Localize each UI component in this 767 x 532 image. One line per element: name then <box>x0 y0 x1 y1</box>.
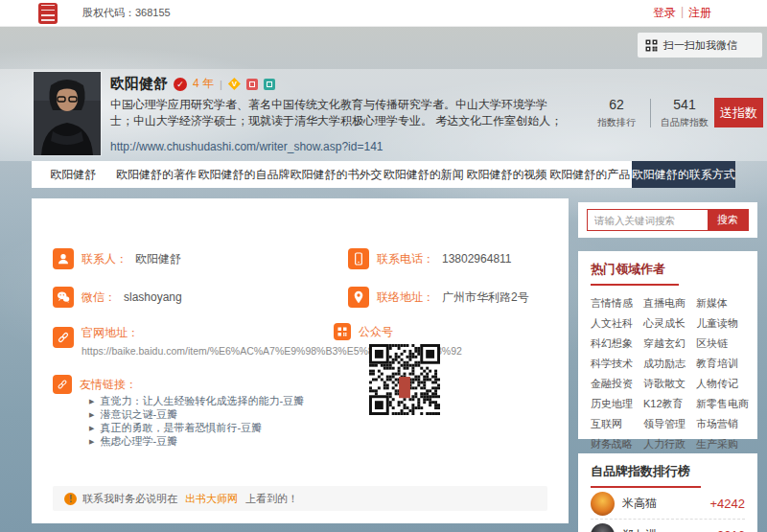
search-input[interactable] <box>588 210 708 230</box>
exclamation-icon: ! <box>64 493 77 505</box>
ranking-item[interactable]: 郑九洲 +3316 <box>591 520 745 532</box>
tab-self-brand[interactable]: 欧阳健舒的自品牌 <box>198 161 290 188</box>
notice-prefix: 联系我时务必说明在 <box>82 492 177 506</box>
hot-tag[interactable]: 人物传记 <box>696 377 749 391</box>
avatar <box>591 492 615 516</box>
notice-bar: ! 联系我时务必说明在 出书大师网 上看到的！ <box>53 486 547 511</box>
send-index-button[interactable]: 送指数 <box>714 98 763 127</box>
title-underline <box>591 284 679 286</box>
search-button[interactable]: 搜索 <box>708 210 748 230</box>
hot-tag[interactable]: 人文社科 <box>591 316 633 331</box>
hot-tag[interactable]: 科学技术 <box>591 357 633 371</box>
notice-site-link[interactable]: 出书大师网 <box>185 492 238 506</box>
hot-tag[interactable]: 互联网 <box>591 417 633 431</box>
login-link[interactable]: 登录 <box>653 5 676 21</box>
hot-tag[interactable]: 生产采购 <box>696 437 749 451</box>
official-account-qr <box>369 344 440 419</box>
hot-tag[interactable]: 诗歌散文 <box>643 377 686 391</box>
tab-contact[interactable]: 欧阳健舒的联系方式 <box>632 161 735 188</box>
hot-authors-title: 热门领域作者 <box>591 261 745 278</box>
brand-index-value: 541 <box>655 97 714 112</box>
auth-divider: | <box>681 5 684 21</box>
hot-tag[interactable]: 人力行政 <box>643 437 686 451</box>
hot-tag[interactable]: 教育培训 <box>696 357 749 371</box>
wechat-value: slashoyang <box>124 290 182 304</box>
top-bar: 股权代码：368155 登录 | 注册 <box>0 0 767 27</box>
author-header: 欧阳健舒 ✓ 4 年 | V <box>110 75 275 93</box>
vip-diamond-icon: V <box>228 78 241 90</box>
contact-person-label: 联系人： <box>81 251 128 267</box>
hot-tag[interactable]: 穿越玄幻 <box>643 336 686 351</box>
contact-phone-label: 联系电话： <box>377 251 434 267</box>
register-link[interactable]: 注册 <box>688 5 711 21</box>
official-account-field: 公众号 <box>334 323 393 340</box>
friend-link[interactable]: 潜意识之谜-豆瓣 <box>89 407 177 422</box>
contact-phone-value: 13802964811 <box>442 252 512 266</box>
hot-tag[interactable]: 市场营销 <box>696 417 749 431</box>
hot-tag[interactable]: 科幻想象 <box>591 336 633 351</box>
author-bio: 中国心理学应用研究学者、著名中国传统文化教育与传播研究学者。中山大学环境学学士；… <box>110 97 569 129</box>
tab-book-diplomacy[interactable]: 欧阳健舒的书外交 <box>290 161 382 188</box>
hot-tag[interactable]: 言情情感 <box>591 296 633 311</box>
hot-author-tags: 言情情感 直播电商 新媒体 人文社科 心灵成长 儿童读物 科幻想象 穿越玄幻 区… <box>591 296 745 472</box>
ranking-item[interactable]: 米高猫 +4242 <box>591 488 745 520</box>
friend-links-label: 友情链接： <box>80 377 137 393</box>
address-value: 广州市华利路2号 <box>442 289 529 306</box>
hot-tag[interactable]: 财务战略 <box>591 437 633 451</box>
tab-works[interactable]: 欧阳健舒的著作 <box>115 161 198 188</box>
wechat-label: 微信： <box>81 289 116 306</box>
tab-videos[interactable]: 欧阳健舒的视频 <box>465 161 548 188</box>
wechat-scan-box[interactable]: 扫一扫加我微信 <box>638 33 762 58</box>
hot-authors-panel: 热门领域作者 言情情感 直播电商 新媒体 人文社科 心灵成长 儿童读物 科幻想象… <box>578 251 757 439</box>
hot-tag[interactable]: 金融投资 <box>591 377 633 391</box>
brand-index-stat: 541 自品牌指数 <box>655 97 714 129</box>
website-label: 官网地址： <box>81 326 139 339</box>
sidebar-search-panel: 搜索 <box>578 202 757 238</box>
hot-tag[interactable]: 领导管理 <box>643 417 686 431</box>
location-pin-icon <box>348 287 369 308</box>
stats-divider <box>650 99 651 127</box>
hot-tag[interactable]: 新零售电商 <box>696 397 749 411</box>
person-icon <box>53 248 74 269</box>
hot-tag[interactable]: 直播电商 <box>643 296 686 311</box>
badge-divider: | <box>220 79 222 90</box>
tab-home[interactable]: 欧阳健舒 <box>32 161 115 188</box>
hot-tag[interactable]: 历史地理 <box>591 397 633 411</box>
ranking-author-name[interactable]: 郑九洲 <box>622 527 657 532</box>
hot-tag[interactable]: 区块链 <box>696 336 749 351</box>
phone-icon <box>348 248 369 269</box>
author-homepage-url[interactable]: http://www.chushudashi.com/writer_show.a… <box>110 140 384 153</box>
tab-products[interactable]: 欧阳健舒的产品 <box>548 161 632 188</box>
contact-person-value: 欧阳健舒 <box>135 251 181 267</box>
hot-tag[interactable]: 儿童读物 <box>696 316 749 331</box>
index-rank-stat: 62 指数排行 <box>587 97 646 129</box>
site-logo[interactable] <box>38 3 58 24</box>
notice-suffix: 上看到的！ <box>245 492 298 506</box>
friend-link[interactable]: 焦虑心理学-豆瓣 <box>89 434 177 449</box>
contact-person-field: 联系人： 欧阳健舒 <box>53 248 181 269</box>
wechat-scan-label: 扫一扫加我微信 <box>663 38 737 53</box>
auth-links: 登录 | 注册 <box>653 5 711 21</box>
profile-tab-bar: 欧阳健舒 欧阳健舒的著作 欧阳健舒的自品牌 欧阳健舒的书外交 欧阳健舒的新闻 欧… <box>32 161 735 188</box>
contact-phone-field: 联系电话： 13802964811 <box>348 248 512 269</box>
qr-icon <box>334 323 351 340</box>
hot-tag[interactable]: 心灵成长 <box>643 316 686 331</box>
friend-link[interactable]: 直觉力：让人生经验转化成选择的能力-豆瓣 <box>89 394 304 408</box>
index-rank-label: 指数排行 <box>587 116 646 129</box>
address-label: 联络地址： <box>377 289 434 306</box>
author-photo <box>34 72 101 155</box>
medal-badge-icon <box>246 79 258 90</box>
link-icon <box>53 327 74 348</box>
hot-tag[interactable]: 新媒体 <box>696 296 749 311</box>
friend-link[interactable]: 真正的勇敢，是带着恐惧前行-豆瓣 <box>89 421 262 435</box>
link-icon <box>53 375 72 394</box>
contact-card: 联系人： 欧阳健舒 联系电话： 13802964811 微信： slashoya… <box>32 198 569 523</box>
ranking-author-name[interactable]: 米高猫 <box>622 496 657 512</box>
official-account-label: 公众号 <box>359 324 393 340</box>
friend-links-header: 友情链接： <box>53 375 137 394</box>
tab-news[interactable]: 欧阳健舒的新闻 <box>382 161 465 188</box>
years-badge: 4 年 <box>193 76 214 92</box>
hot-tag[interactable]: K12教育 <box>643 397 686 411</box>
hot-tag[interactable]: 成功励志 <box>643 357 686 371</box>
brand-index-label: 自品牌指数 <box>655 116 714 129</box>
